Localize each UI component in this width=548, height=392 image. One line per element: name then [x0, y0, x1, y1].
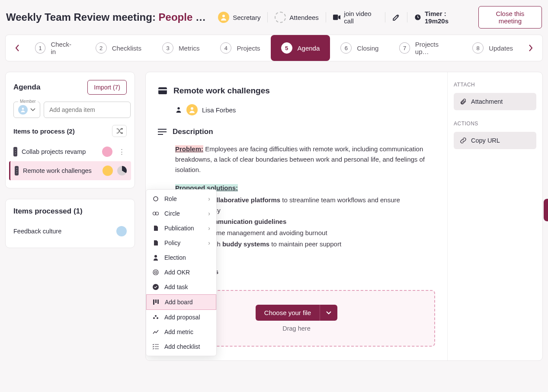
svg-rect-4: [158, 87, 167, 94]
menu-item-okr[interactable]: Add OKR: [146, 265, 216, 280]
avatar-icon: [186, 104, 198, 115]
output-dropdown-menu: Role › Circle › Publication ›: [146, 189, 217, 356]
tab-updates[interactable]: 8Updates: [462, 35, 523, 61]
page-title: Weekly Team Review meeting: People Exper…: [6, 11, 211, 23]
more-icon[interactable]: ⋮: [117, 148, 127, 155]
processed-item[interactable]: Feedback culture: [13, 223, 127, 240]
avatar-icon: [103, 166, 113, 176]
tab-checklists[interactable]: 2Checklists: [85, 35, 152, 61]
svg-point-20: [153, 317, 155, 319]
tabs-container: 1Check-in 2Checklists 3Metrics 4Projects…: [5, 35, 543, 61]
trend-icon: [152, 330, 159, 334]
chevron-right-icon: ›: [208, 239, 210, 246]
svg-point-3: [22, 108, 24, 110]
attendees-button[interactable]: Attendees: [268, 12, 326, 23]
menu-item-checklist[interactable]: Add checklist: [146, 339, 216, 354]
menu-item-publication[interactable]: Publication ›: [146, 221, 216, 236]
card-icon: [158, 87, 167, 95]
agenda-title: Agenda: [13, 83, 40, 92]
people-icon: [152, 315, 159, 320]
tab-agenda[interactable]: 5Agenda: [271, 35, 330, 61]
menu-item-policy[interactable]: Policy ›: [146, 236, 216, 250]
link-icon: [460, 137, 467, 144]
shuffle-button[interactable]: [112, 125, 127, 137]
description-icon: [158, 129, 167, 135]
dashed-avatar-icon: [275, 12, 286, 23]
svg-point-6: [177, 107, 179, 109]
menu-item-task[interactable]: Add task: [146, 280, 216, 294]
items-processed-heading: Items processed (1): [13, 207, 127, 216]
tab-projects[interactable]: 4Projects: [210, 35, 270, 61]
copy-url-button[interactable]: Copy URL: [454, 132, 536, 149]
tabs: 1Check-in 2Checklists 3Metrics 4Projects…: [25, 35, 523, 61]
person-icon: [175, 106, 182, 113]
drag-handle-icon[interactable]: [15, 166, 19, 175]
menu-item-proposal[interactable]: Add proposal: [146, 310, 216, 325]
menu-item-role[interactable]: Role ›: [146, 191, 216, 206]
choose-file-dropdown[interactable]: [320, 305, 337, 321]
list-icon: [152, 344, 159, 349]
svg-rect-5: [158, 89, 167, 90]
chevron-right-icon: ›: [208, 195, 210, 202]
agenda-item[interactable]: Collab projects revamp ⋮: [9, 142, 131, 161]
drag-handle-icon[interactable]: [13, 147, 17, 156]
circle-icon: [152, 196, 159, 201]
paperclip-icon: [460, 98, 467, 105]
menu-item-board[interactable]: Add board: [146, 294, 216, 310]
video-icon: [333, 14, 341, 20]
items-to-process-heading: Items to process (2): [13, 125, 127, 137]
agenda-item-active[interactable]: Remote work challenges: [9, 161, 131, 180]
svg-rect-1: [333, 15, 338, 20]
timer: Timer : 19m20s: [407, 10, 473, 25]
side-tab[interactable]: [544, 199, 548, 221]
tab-metrics[interactable]: 3Metrics: [152, 35, 210, 61]
secretary-button[interactable]: Secretary: [211, 12, 267, 23]
tab-checkin[interactable]: 1Check-in: [25, 35, 85, 61]
right-panel: ATTACH Attachment ACTIONS Copy URL: [447, 72, 542, 360]
main-panel: Remote work challenges Lisa Forbes Descr…: [145, 72, 543, 361]
svg-rect-18: [157, 300, 159, 304]
avatar-icon: [102, 147, 112, 157]
file-icon: [152, 225, 159, 231]
tabs-next-button[interactable]: [523, 39, 538, 57]
avatar-icon: [218, 12, 229, 23]
svg-point-14: [155, 272, 156, 273]
svg-point-19: [155, 315, 157, 317]
board-icon: [153, 300, 160, 305]
import-button[interactable]: Import (7): [87, 80, 127, 95]
drag-here-text: Drag here: [282, 325, 310, 332]
add-agenda-input[interactable]: [44, 102, 131, 118]
target-icon: [152, 269, 159, 275]
tab-projects-up[interactable]: 7Projects up…: [389, 35, 462, 61]
attach-label: ATTACH: [454, 82, 536, 88]
owner-name: Lisa Forbes: [202, 106, 236, 114]
agenda-panel: Agenda Import (7) Member Items to proces…: [5, 72, 135, 188]
tabs-prev-button[interactable]: [10, 39, 25, 57]
edit-icon: [392, 13, 400, 21]
svg-point-21: [157, 317, 158, 319]
menu-item-metric[interactable]: Add metric: [146, 325, 216, 339]
chevron-right-icon: ›: [208, 210, 210, 217]
choose-file-button[interactable]: Choose your file: [256, 305, 320, 321]
circles-icon: [152, 211, 159, 216]
video-call-button[interactable]: join video call: [326, 10, 385, 25]
time-indicator-icon: [117, 166, 127, 175]
edit-button[interactable]: [385, 13, 407, 21]
close-meeting-button[interactable]: Close this meeting: [478, 6, 542, 29]
check-icon: [152, 284, 159, 290]
svg-point-8: [154, 197, 158, 201]
sidebar: Agenda Import (7) Member Items to proces…: [5, 72, 135, 361]
clock-icon: [414, 13, 421, 21]
svg-rect-17: [155, 300, 157, 303]
actions-label: ACTIONS: [454, 121, 536, 127]
processed-panel: Items processed (1) Feedback culture: [5, 199, 135, 248]
menu-item-election[interactable]: Election: [146, 250, 216, 265]
tab-closing[interactable]: 6Closing: [330, 35, 389, 61]
description-heading: Description: [173, 127, 213, 136]
avatar-icon: [116, 226, 127, 236]
attachment-button[interactable]: Attachment: [454, 93, 536, 110]
menu-item-circle[interactable]: Circle ›: [146, 206, 216, 221]
content-title: Remote work challenges: [173, 86, 270, 96]
member-select[interactable]: Member: [13, 102, 40, 118]
owner-row: Lisa Forbes: [175, 104, 435, 115]
